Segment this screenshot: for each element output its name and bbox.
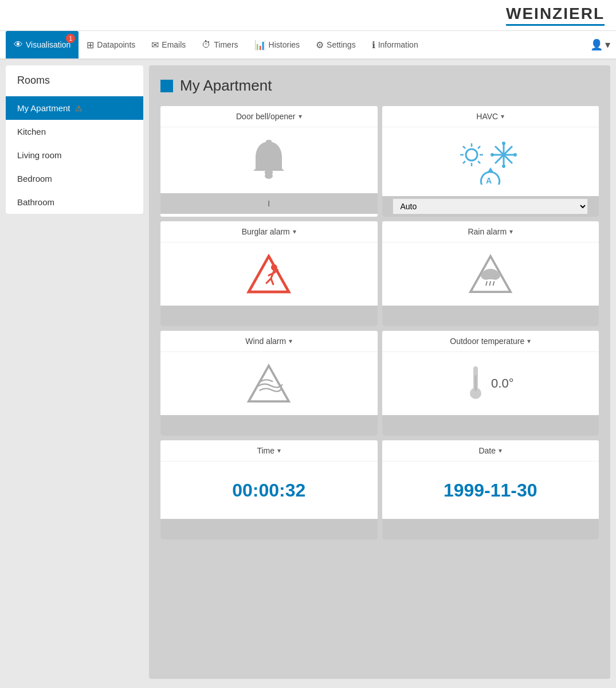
date-dropdown[interactable]: ▾ — [499, 447, 502, 455]
wind-alarm-svg — [246, 363, 292, 404]
widget-time-header: Time ▾ — [160, 440, 378, 462]
nav-timers-label: Timers — [214, 40, 238, 49]
nav-bar: 👁 Visualisation 1 ⊞ Datapoints ✉ Emails … — [0, 31, 616, 60]
sidebar-item-kitchen[interactable]: Kitchen — [6, 120, 143, 143]
widget-havc-body: A — [382, 127, 599, 196]
widget-wind-alarm: Wind alarm ▾ — [160, 331, 378, 436]
brand-bar: WEINZIERL — [0, 0, 616, 31]
widget-rain-alarm-header: Rain alarm ▾ — [382, 221, 599, 243]
nav-settings[interactable]: ⚙ Settings — [308, 31, 364, 58]
bell-svg — [249, 139, 289, 182]
havc-dropdown[interactable]: ▾ — [501, 112, 504, 120]
sidebar-living-room-label: Living room — [17, 150, 62, 160]
svg-point-1 — [265, 173, 273, 179]
rain-alarm-svg — [468, 254, 513, 294]
title-square-icon — [160, 80, 173, 92]
svg-point-16 — [502, 142, 505, 145]
widget-outdoor-temp-header: Outdoor temperature ▾ — [382, 331, 599, 352]
nav-badge: 1 — [66, 34, 75, 43]
nav-timers[interactable]: ⏱ Timers — [194, 31, 246, 58]
sidebar-item-living-room[interactable]: Living room — [6, 143, 143, 167]
widget-outdoor-temp-footer — [382, 415, 599, 436]
havc-select[interactable]: Auto Heat Cool Fan — [393, 198, 588, 214]
outdoor-temp-dropdown[interactable]: ▾ — [527, 337, 531, 345]
nav-information-label: Information — [378, 40, 418, 49]
widget-burglar-alarm-header: Burglar alarm ▾ — [160, 221, 378, 243]
widget-rain-alarm-footer — [382, 306, 599, 326]
sidebar-kitchen-label: Kitchen — [17, 127, 46, 136]
outdoor-temp-value: 0.0° — [491, 376, 513, 391]
email-icon: ✉ — [151, 40, 159, 50]
svg-point-19 — [513, 153, 517, 157]
door-bell-dropdown[interactable]: ▾ — [299, 112, 302, 120]
widget-door-bell-footer: I — [160, 193, 378, 214]
sidebar-bedroom-label: Bedroom — [17, 174, 52, 183]
wind-alarm-dropdown[interactable]: ▾ — [289, 337, 292, 345]
timer-icon: ⏱ — [202, 40, 211, 50]
nav-emails-label: Emails — [162, 40, 186, 49]
rain-alarm-dropdown[interactable]: ▾ — [509, 228, 513, 236]
widget-havc-header: HAVC ▾ — [382, 106, 599, 127]
widget-door-bell-header: Door bell/opener ▾ — [160, 106, 378, 127]
brand-name: WEINZIERL — [506, 5, 605, 26]
widget-havc: HAVC ▾ — [382, 106, 599, 217]
user-icon: 👤 — [590, 38, 603, 51]
nav-emails[interactable]: ✉ Emails — [143, 31, 194, 58]
chart-icon: 📊 — [254, 40, 266, 50]
sidebar: Rooms My Apartment ⚠ Kitchen Living room… — [6, 65, 143, 214]
burglar-alarm-svg — [246, 254, 292, 294]
nav-datapoints-label: Datapoints — [97, 40, 135, 49]
widget-date-footer — [382, 519, 599, 540]
svg-point-32 — [489, 271, 500, 280]
widget-wind-alarm-body — [160, 352, 378, 415]
page-title: My Apartment — [180, 77, 272, 95]
user-menu-button[interactable]: 👤 ▾ — [590, 38, 610, 51]
nav-settings-label: Settings — [327, 40, 356, 49]
sidebar-my-apartment-label: My Apartment — [17, 103, 70, 113]
svg-point-3 — [466, 149, 477, 161]
thermometer-svg — [467, 363, 484, 404]
nav-datapoints[interactable]: ⊞ Datapoints — [79, 31, 143, 58]
grid-icon: ⊞ — [87, 40, 94, 50]
gear-icon: ⚙ — [316, 40, 324, 50]
nav-visualisation[interactable]: 👁 Visualisation 1 — [6, 31, 79, 58]
sidebar-header: Rooms — [6, 65, 143, 96]
main-layout: Rooms My Apartment ⚠ Kitchen Living room… — [0, 60, 616, 685]
widget-date: Date ▾ 1999-11-30 — [382, 440, 599, 540]
svg-line-10 — [478, 146, 480, 148]
outdoor-temp-label: Outdoor temperature — [450, 337, 524, 346]
svg-point-23 — [271, 264, 277, 271]
user-dropdown-arrow: ▾ — [605, 38, 610, 51]
rain-alarm-label: Rain alarm — [468, 227, 507, 236]
widget-door-bell-body — [160, 127, 378, 193]
nav-histories-label: Histories — [269, 40, 300, 49]
svg-marker-22 — [249, 256, 289, 292]
widget-burglar-alarm-body — [160, 243, 378, 306]
svg-marker-36 — [249, 366, 289, 401]
date-label: Date — [478, 446, 496, 455]
nav-histories[interactable]: 📊 Histories — [246, 31, 308, 58]
sidebar-item-my-apartment[interactable]: My Apartment ⚠ — [6, 96, 143, 120]
burglar-alarm-dropdown[interactable]: ▾ — [293, 228, 296, 236]
nav-visualisation-label: Visualisation — [26, 40, 70, 49]
svg-line-9 — [478, 161, 480, 163]
widget-time-body: 00:00:32 — [160, 462, 378, 519]
svg-line-11 — [463, 161, 465, 163]
time-dropdown[interactable]: ▾ — [277, 447, 281, 455]
svg-point-17 — [502, 165, 505, 168]
nav-information[interactable]: ℹ Information — [364, 31, 426, 58]
svg-text:A: A — [486, 176, 492, 185]
svg-point-18 — [491, 153, 494, 157]
time-label: Time — [257, 446, 274, 455]
widget-havc-footer[interactable]: Auto Heat Cool Fan — [382, 196, 599, 217]
svg-rect-2 — [266, 140, 272, 143]
temp-display: 0.0° — [467, 363, 513, 404]
content-area: My Apartment Door bell/opener ▾ — [149, 65, 610, 679]
door-bell-label: Door bell/opener — [236, 112, 296, 121]
hvac-svg: A — [459, 139, 522, 185]
hvac-icon-container: A — [459, 139, 522, 185]
sidebar-bathroom-label: Bathroom — [17, 197, 54, 207]
widget-grid: Door bell/opener ▾ I — [160, 106, 599, 540]
sidebar-item-bedroom[interactable]: Bedroom — [6, 167, 143, 190]
sidebar-item-bathroom[interactable]: Bathroom — [6, 190, 143, 214]
